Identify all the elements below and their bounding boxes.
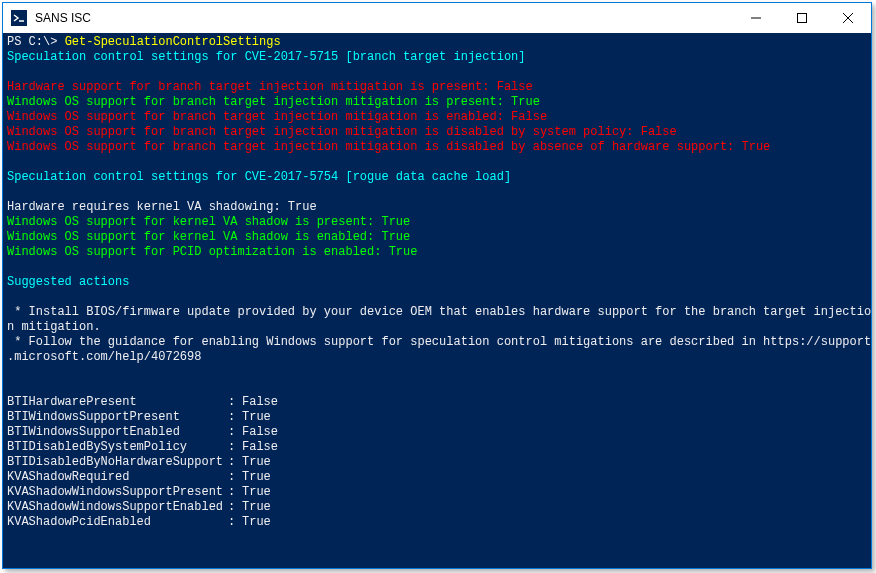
minimize-button[interactable] xyxy=(733,3,779,33)
summary-row: BTIDisabledByNoHardwareSupport:True xyxy=(7,455,867,470)
summary-key: KVAShadowWindowsSupportPresent xyxy=(7,485,228,500)
summary-value: False xyxy=(242,395,278,410)
summary-key: BTIDisabledBySystemPolicy xyxy=(7,440,228,455)
suggested-action-2: * Follow the guidance for enabling Windo… xyxy=(7,335,871,364)
section-header-2: Speculation control settings for CVE-201… xyxy=(7,170,511,184)
summary-value: True xyxy=(242,515,271,530)
summary-value: True xyxy=(242,455,271,470)
close-button[interactable] xyxy=(825,3,871,33)
summary-key: BTIWindowsSupportEnabled xyxy=(7,425,228,440)
summary-row: BTIHardwarePresent:False xyxy=(7,395,867,410)
maximize-button[interactable] xyxy=(779,3,825,33)
output-line: Hardware requires kernel VA shadowing: T… xyxy=(7,200,317,214)
summary-value: True xyxy=(242,470,271,485)
window-title: SANS ISC xyxy=(35,11,733,25)
summary-row: KVAShadowWindowsSupportPresent:True xyxy=(7,485,867,500)
suggested-action-1: * Install BIOS/firmware update provided … xyxy=(7,305,871,334)
titlebar-buttons xyxy=(733,3,871,33)
summary-row: KVAShadowWindowsSupportEnabled:True xyxy=(7,500,867,515)
output-line: Windows OS support for branch target inj… xyxy=(7,140,770,154)
summary-key: BTIWindowsSupportPresent xyxy=(7,410,228,425)
summary-key: KVAShadowPcidEnabled xyxy=(7,515,228,530)
summary-row: BTIWindowsSupportEnabled:False xyxy=(7,425,867,440)
titlebar[interactable]: SANS ISC xyxy=(3,3,871,33)
summary-value: False xyxy=(242,425,278,440)
terminal-content[interactable]: PS C:\> Get-SpeculationControlSettings S… xyxy=(3,33,871,568)
summary-table: BTIHardwarePresent:FalseBTIWindowsSuppor… xyxy=(7,395,867,530)
powershell-window: SANS ISC PS C:\> Get-SpeculationControlS… xyxy=(2,2,872,569)
summary-key: BTIDisabledByNoHardwareSupport xyxy=(7,455,228,470)
summary-row: BTIDisabledBySystemPolicy:False xyxy=(7,440,867,455)
output-line: Windows OS support for kernel VA shadow … xyxy=(7,230,410,244)
summary-value: True xyxy=(242,485,271,500)
output-line: Windows OS support for branch target inj… xyxy=(7,110,547,124)
summary-key: KVAShadowRequired xyxy=(7,470,228,485)
suggested-actions-header: Suggested actions xyxy=(7,275,129,289)
summary-key: BTIHardwarePresent xyxy=(7,395,228,410)
summary-row: BTIWindowsSupportPresent:True xyxy=(7,410,867,425)
prompt: PS C:\> xyxy=(7,35,57,49)
output-line: Hardware support for branch target injec… xyxy=(7,80,533,94)
output-line: Windows OS support for branch target inj… xyxy=(7,125,677,139)
summary-value: False xyxy=(242,440,278,455)
summary-row: KVAShadowRequired:True xyxy=(7,470,867,485)
output-line: Windows OS support for branch target inj… xyxy=(7,95,540,109)
command: Get-SpeculationControlSettings xyxy=(65,35,281,49)
section-2-output: Hardware requires kernel VA shadowing: T… xyxy=(7,200,867,260)
summary-key: KVAShadowWindowsSupportEnabled xyxy=(7,500,228,515)
output-line: Windows OS support for kernel VA shadow … xyxy=(7,215,410,229)
app-icon xyxy=(11,10,27,26)
output-line: Windows OS support for PCID optimization… xyxy=(7,245,417,259)
svg-rect-2 xyxy=(798,14,807,23)
summary-value: True xyxy=(242,500,271,515)
section-1-output: Hardware support for branch target injec… xyxy=(7,80,867,155)
summary-row: KVAShadowPcidEnabled:True xyxy=(7,515,867,530)
summary-value: True xyxy=(242,410,271,425)
section-header-1: Speculation control settings for CVE-201… xyxy=(7,50,525,64)
